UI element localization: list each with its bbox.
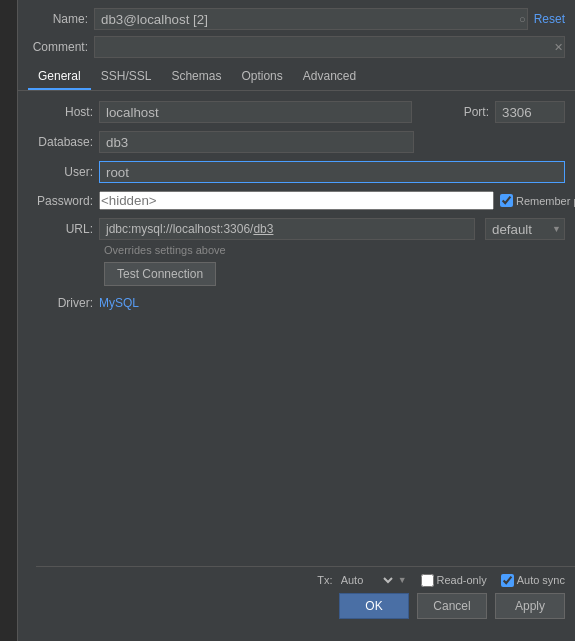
tx-arrow-icon: ▼ xyxy=(398,575,407,585)
url-prefix: jdbc:mysql://localhost:3306/ xyxy=(106,222,253,236)
tab-general[interactable]: General xyxy=(28,64,91,90)
url-row: URL: jdbc:mysql://localhost:3306/db3 def… xyxy=(28,218,565,240)
port-input[interactable] xyxy=(495,101,565,123)
name-row: Name: ○ Reset xyxy=(18,0,575,34)
url-select-wrap: default custom ▼ xyxy=(485,218,565,240)
ok-button[interactable]: OK xyxy=(339,593,409,619)
overrides-text: Overrides settings above xyxy=(104,244,565,256)
comment-clear-button[interactable]: ✕ xyxy=(554,42,563,53)
cancel-button[interactable]: Cancel xyxy=(417,593,487,619)
database-label: Database: xyxy=(28,135,93,149)
remember-password-checkbox[interactable] xyxy=(500,194,513,207)
host-label: Host: xyxy=(28,105,93,119)
test-connection-button[interactable]: Test Connection xyxy=(104,262,216,286)
comment-input[interactable] xyxy=(94,36,565,58)
main-content: Name: ○ Reset Comment: ✕ General SSH/SSL… xyxy=(18,0,575,641)
comment-label: Comment: xyxy=(28,40,88,54)
readonly-checkbox[interactable] xyxy=(421,574,434,587)
password-label: Password: xyxy=(28,194,93,208)
remember-password-label: Remember password xyxy=(500,194,565,207)
bottom-bar: Tx: Auto Manual ▼ Read-only Auto sync OK… xyxy=(36,566,575,641)
tab-options[interactable]: Options xyxy=(231,64,292,90)
name-input[interactable] xyxy=(94,8,528,30)
autosync-checkbox[interactable] xyxy=(501,574,514,587)
host-row: Host: Port: xyxy=(28,101,565,123)
tab-advanced[interactable]: Advanced xyxy=(293,64,366,90)
database-input[interactable] xyxy=(99,131,414,153)
host-input[interactable] xyxy=(99,101,412,123)
tab-schemas[interactable]: Schemas xyxy=(161,64,231,90)
port-label: Port: xyxy=(424,105,489,119)
url-display[interactable]: jdbc:mysql://localhost:3306/db3 xyxy=(99,218,475,240)
database-row: Database: xyxy=(28,131,565,153)
driver-label: Driver: xyxy=(28,296,93,310)
form-area: Host: Port: Database: User: Password: Re… xyxy=(18,91,575,310)
url-label: URL: xyxy=(28,222,93,236)
user-row: User: xyxy=(28,161,565,183)
user-input[interactable] xyxy=(99,161,565,183)
autosync-label: Auto sync xyxy=(517,574,565,586)
left-sidebar xyxy=(0,0,18,641)
comment-input-wrap: ✕ xyxy=(94,36,565,58)
status-row: Tx: Auto Manual ▼ Read-only Auto sync xyxy=(36,567,575,589)
driver-row: Driver: MySQL xyxy=(28,296,565,310)
user-label: User: xyxy=(28,165,93,179)
tx-dropdown[interactable]: Auto Manual xyxy=(335,573,396,587)
url-select[interactable]: default custom xyxy=(485,218,565,240)
url-underline-part: db3 xyxy=(253,222,273,236)
password-row: Password: Remember password xyxy=(28,191,565,210)
name-clear-button[interactable]: ○ xyxy=(519,14,526,25)
readonly-label: Read-only xyxy=(437,574,487,586)
driver-link[interactable]: MySQL xyxy=(99,296,139,310)
tx-wrap: Tx: Auto Manual ▼ xyxy=(317,573,406,587)
comment-row: Comment: ✕ xyxy=(18,34,575,64)
tabs-bar: General SSH/SSL Schemas Options Advanced xyxy=(18,64,575,91)
apply-button[interactable]: Apply xyxy=(495,593,565,619)
name-input-wrap: ○ xyxy=(94,8,528,30)
name-label: Name: xyxy=(28,12,88,26)
remember-password-text: Remember password xyxy=(516,195,575,207)
tab-ssh-ssl[interactable]: SSH/SSL xyxy=(91,64,162,90)
reset-link[interactable]: Reset xyxy=(534,12,565,26)
readonly-wrap: Read-only xyxy=(421,574,487,587)
tx-label: Tx: xyxy=(317,574,332,586)
password-input[interactable] xyxy=(99,191,494,210)
autosync-wrap: Auto sync xyxy=(501,574,565,587)
buttons-row: OK Cancel Apply xyxy=(36,589,575,627)
